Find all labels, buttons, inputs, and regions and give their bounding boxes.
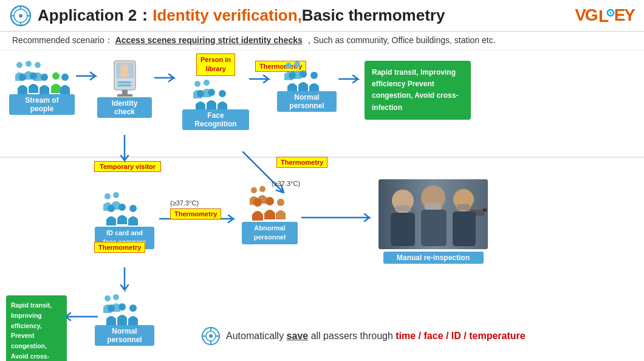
svg-point-40	[108, 205, 115, 212]
svg-rect-52	[396, 205, 410, 211]
svg-point-44	[259, 186, 265, 192]
svg-point-43	[251, 187, 257, 193]
svg-point-10	[16, 62, 22, 68]
svg-point-69	[129, 304, 137, 312]
scenario-highlight: Access scenes requiring strict identity …	[115, 35, 303, 45]
svg-point-65	[104, 295, 111, 301]
svg-rect-64	[453, 211, 476, 246]
badge-thermometry2b: Thermometry	[170, 208, 221, 219]
svg-point-36	[300, 70, 307, 78]
summary-text: Automatically save all passers through t…	[226, 331, 526, 342]
scenario-suffix: ，Such as community, Office buildings, st…	[305, 35, 496, 45]
summary-section: Automatically save all passers through t…	[200, 326, 526, 346]
compass-icon	[10, 5, 32, 27]
identity-check: Identity check	[97, 58, 152, 118]
scenario-line: Recommended scenario： Access scenes requ…	[0, 32, 644, 50]
brand-logo: V G L EY	[575, 5, 634, 26]
svg-point-22	[120, 64, 129, 73]
svg-point-6	[19, 14, 22, 18]
svg-point-28	[194, 81, 200, 87]
arrow-down1	[118, 135, 131, 168]
svg-point-35	[289, 72, 296, 79]
svg-point-37	[310, 72, 318, 79]
svg-point-33	[286, 63, 292, 69]
svg-rect-19	[117, 94, 132, 97]
svg-point-67	[108, 304, 115, 312]
svg-point-23	[120, 72, 129, 77]
step1-label: Stream of people	[9, 94, 75, 115]
abnormal-personnel: Abnormal personnel	[239, 185, 300, 244]
svg-point-29	[204, 80, 210, 86]
svg-point-38	[104, 193, 111, 199]
svg-point-66	[113, 294, 119, 300]
normal-personnel-bottom: Normal personnel	[94, 294, 155, 346]
svg-point-46	[265, 197, 274, 205]
svg-point-72	[209, 334, 213, 338]
threshold2-label: (≥37.3°C)	[170, 199, 199, 207]
arrow2	[154, 72, 179, 86]
svg-point-34	[294, 61, 300, 67]
normal-personnel-top: Normal personnel	[276, 61, 337, 112]
svg-rect-58	[457, 204, 470, 210]
arrow-down-to-normal	[118, 267, 131, 297]
step3-label: Face Recognition	[182, 109, 249, 130]
svg-point-12	[35, 62, 41, 68]
svg-point-41	[118, 204, 126, 211]
step7-label: Manual re-inspection	[383, 252, 484, 264]
step4-label: Normal personnel	[277, 91, 337, 112]
title-rest: Basic thermometry	[302, 6, 445, 25]
svg-point-9	[609, 12, 611, 14]
svg-rect-62	[391, 213, 415, 246]
stream-of-people: Stream of people	[9, 58, 75, 115]
step2-label: Identity check	[97, 97, 152, 118]
arrow3	[249, 73, 273, 88]
svg-point-32	[219, 90, 226, 97]
svg-point-15	[41, 74, 48, 81]
svg-point-11	[26, 61, 32, 67]
rapid-transit-bottom: Rapid transit, Improving efficiency, Pre…	[6, 295, 67, 361]
badge-person-library: Person in library	[196, 53, 235, 76]
svg-rect-27	[118, 84, 131, 86]
badge-thermometry-bottom: Thermometry	[94, 242, 145, 253]
svg-rect-26	[118, 81, 131, 83]
svg-point-16	[52, 72, 60, 80]
app-label: Application 2：	[38, 5, 152, 26]
svg-point-47	[277, 199, 284, 206]
svg-point-17	[61, 74, 69, 81]
target-icon	[200, 326, 221, 346]
svg-text:L: L	[598, 7, 609, 26]
manual-reinspection: Manual re-inspection	[375, 179, 491, 264]
arrow4	[338, 73, 363, 88]
svg-point-68	[118, 303, 126, 311]
svg-point-39	[113, 192, 119, 198]
svg-rect-55	[425, 203, 441, 210]
id-card-face-compare: ID card and face compare	[94, 191, 155, 249]
badge-thermometry2: Thermometry	[276, 157, 327, 168]
face-recognition-group: Person in library Face Recognition	[179, 53, 252, 130]
arrow-to-manual	[301, 211, 374, 226]
arrow1	[76, 70, 100, 84]
rapid-transit-top: Rapid transit, Improving efficiency Prev…	[365, 61, 471, 120]
svg-rect-63	[421, 210, 447, 246]
svg-point-45	[253, 198, 262, 207]
svg-rect-60	[483, 208, 487, 211]
step8-label: Normal personnel	[95, 325, 154, 346]
svg-point-13	[19, 74, 26, 81]
scenario-prefix: Recommended scenario：	[12, 35, 113, 45]
svg-point-42	[129, 205, 137, 212]
step6-label: Abnormal personnel	[242, 222, 298, 244]
svg-point-30	[197, 90, 204, 97]
title-highlight: Identity verification,	[152, 6, 302, 25]
svg-point-31	[208, 89, 215, 96]
svg-point-14	[30, 72, 37, 80]
